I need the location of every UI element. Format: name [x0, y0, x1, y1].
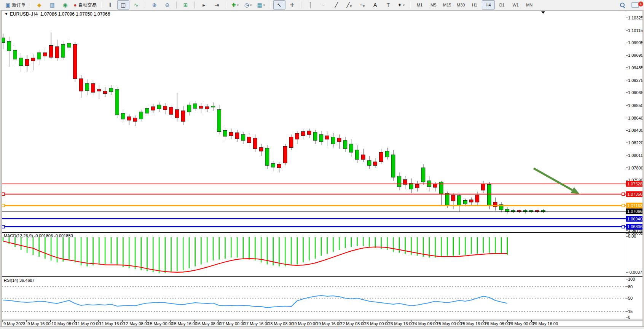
vertical-line-icon[interactable]: │	[304, 0, 317, 10]
svg-text:24 May 08:00: 24 May 08:00	[412, 321, 438, 326]
dropdown-caret-icon[interactable]: ▾	[237, 3, 239, 7]
window-right-edge	[642, 10, 644, 326]
text-icon[interactable]: A	[369, 0, 381, 10]
tf-h4-label: H4	[486, 3, 491, 7]
label-icon[interactable]: T	[382, 0, 394, 10]
tf-h4[interactable]: H4	[482, 0, 495, 10]
svg-text:15 May 16:00: 15 May 16:00	[172, 321, 197, 326]
line-handle[interactable]	[2, 204, 5, 207]
price-label-text: 1.06940	[627, 217, 642, 221]
svg-text:1.08640: 1.08640	[628, 116, 643, 120]
horizontal-line-icon[interactable]: ─	[317, 0, 330, 10]
price-label-text: 1.07163	[627, 203, 642, 208]
cursor-icon[interactable]: ↖	[273, 0, 285, 10]
line-chart-icon-glyph: ∿	[134, 2, 139, 8]
one-click-trading-toggle[interactable]: ▼	[5, 12, 8, 16]
chart-shift-icon[interactable]: ⇥	[211, 0, 223, 10]
new-order-button[interactable]: ▣新订单	[4, 0, 27, 10]
crosshair-icon[interactable]: ✛	[286, 0, 298, 10]
tf-m5[interactable]: M5	[427, 0, 440, 10]
svg-text:11 May 16:00: 11 May 16:00	[100, 321, 125, 326]
tile-windows-icon[interactable]: ⊞	[180, 0, 192, 10]
svg-text:18 May 08:00: 18 May 08:00	[268, 321, 293, 326]
indicators-icon[interactable]: ✚▾	[229, 0, 241, 10]
horizontal-line-object[interactable]: 1.07356	[2, 191, 644, 197]
tf-d1[interactable]: D1	[496, 0, 509, 10]
tf-m15-label: M15	[443, 3, 451, 7]
trading-platform-window: ▣新订单◆▥◉●自动交易‖◫∿⊕⊖⊞▸⇥✚▾◷▾▦▾↖✛│─╱╱E≡FAT✦▾M…	[0, 0, 644, 329]
price-label-text: 1.07356	[627, 192, 642, 196]
svg-text:19 May 00:00: 19 May 00:00	[292, 321, 317, 326]
alerts-icon[interactable]: ◆	[33, 0, 45, 10]
svg-text:29 May 16:00: 29 May 16:00	[532, 321, 558, 326]
horizontal-line-object[interactable]: 1.06806	[2, 224, 644, 230]
toolbar-group-timeframes: M1M5M15M30H1H4D1W1MN	[412, 0, 537, 10]
horizontal-line-object[interactable]: 1.07163	[2, 203, 644, 208]
tf-mn-label: MN	[526, 3, 532, 7]
tf-m5-label: M5	[430, 3, 436, 7]
broadcast-icon-glyph: ◉	[63, 2, 67, 8]
line-handle[interactable]	[2, 193, 5, 195]
svg-text:1.08010: 1.08010	[628, 153, 643, 158]
tf-m1[interactable]: M1	[413, 0, 426, 10]
channel-icon-glyph: ╱	[346, 2, 349, 8]
time-axis: 9 May 20239 May 16:0010 May 08:0011 May …	[2, 320, 558, 326]
tf-mn[interactable]: MN	[523, 0, 536, 10]
broadcast-icon[interactable]: ◉	[59, 0, 71, 10]
horizontal-line-object[interactable]: 1.07066	[2, 208, 644, 214]
chat-icon[interactable]: 1	[629, 0, 641, 10]
auto-scroll-icon[interactable]: ▸	[198, 0, 210, 10]
bar-chart-icon-glyph: ‖	[109, 2, 112, 8]
svg-text:25 May 00:00: 25 May 00:00	[437, 321, 462, 326]
toolbar-group-insert: ✚▾◷▾▦▾	[228, 0, 269, 10]
new-order-button-label: 新订单	[12, 2, 26, 8]
trendline-icon[interactable]: ╱	[330, 0, 343, 10]
svg-text:1.10115: 1.10115	[628, 28, 643, 33]
dropdown-caret-icon[interactable]: ▾	[403, 3, 405, 7]
zoom-in-icon[interactable]: ⊕	[148, 0, 161, 10]
line-handle[interactable]	[622, 193, 625, 195]
tf-m30[interactable]: M30	[454, 0, 467, 10]
svg-text:16 May 08:00: 16 May 08:00	[196, 321, 222, 326]
chart-shift-marker[interactable]	[541, 11, 545, 14]
candle-chart-icon[interactable]: ◫	[117, 0, 129, 10]
chart-canvas[interactable]: 1.103251.101151.099051.096951.094851.092…	[0, 0, 644, 329]
channel-icon[interactable]: ╱E	[343, 0, 355, 10]
svg-text:1.08220: 1.08220	[628, 141, 643, 145]
zoom-out-icon[interactable]: ⊖	[161, 0, 174, 10]
tile-windows-icon-glyph: ⊞	[183, 2, 188, 8]
dropdown-caret-icon[interactable]: ▾	[250, 3, 252, 7]
annotation-arrow[interactable]	[534, 168, 580, 194]
horizontal-line-object[interactable]: 1.07528	[2, 181, 644, 187]
templates-icon[interactable]: ▦▾	[255, 0, 267, 10]
horizontal-line-object[interactable]: 1.06940	[2, 216, 644, 222]
tf-m15[interactable]: M15	[441, 0, 454, 10]
svg-text:9 May 2023: 9 May 2023	[3, 321, 25, 326]
search-icon[interactable]	[616, 0, 628, 10]
periods-icon[interactable]: ◷▾	[242, 0, 254, 10]
toolbar-group-objects: │─╱╱E≡FAT✦▾	[303, 0, 409, 10]
community-icon[interactable]: ▥	[46, 0, 58, 10]
tf-m1-label: M1	[417, 3, 422, 7]
bar-chart-icon[interactable]: ‖	[104, 0, 116, 10]
panel-borders	[0, 11, 644, 321]
line-handle[interactable]	[2, 225, 5, 228]
new-order-button-glyph: ▣	[5, 2, 10, 8]
line-handle[interactable]	[622, 204, 625, 207]
line-chart-icon[interactable]: ∿	[130, 0, 142, 10]
dropdown-caret-icon[interactable]: ▾	[263, 3, 265, 7]
zoom-in-icon-glyph: ⊕	[152, 2, 157, 8]
svg-text:1.10325: 1.10325	[628, 16, 643, 20]
label-icon-glyph: T	[386, 2, 390, 8]
svg-text:0.00: 0.00	[628, 234, 636, 238]
rsi-line	[3, 295, 507, 308]
toolbar: ▣新订单◆▥◉●自动交易‖◫∿⊕⊖⊞▸⇥✚▾◷▾▦▾↖✛│─╱╱E≡FAT✦▾M…	[0, 0, 644, 10]
toolbar-separator	[410, 2, 411, 8]
line-handle[interactable]	[622, 225, 625, 228]
tf-w1[interactable]: W1	[509, 0, 522, 10]
autotrade-button[interactable]: ●自动交易	[72, 0, 98, 10]
arrows-icon[interactable]: ✦▾	[395, 0, 407, 10]
macd-axis: 0.0003290.00-0.003725	[626, 231, 644, 275]
tf-h1[interactable]: H1	[468, 0, 481, 10]
fibonacci-icon[interactable]: ≡F	[356, 0, 368, 10]
